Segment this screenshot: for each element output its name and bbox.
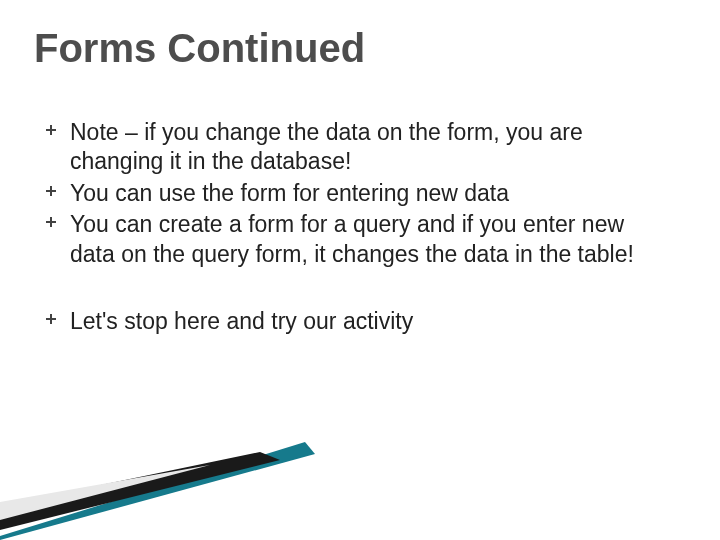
list-item: You can use the form for entering new da… (40, 179, 660, 208)
list-item: Let's stop here and try our activity (40, 307, 660, 336)
bullet-text: You can create a form for a query and if… (70, 211, 634, 266)
svg-marker-1 (0, 452, 280, 530)
bullet-list-2: Let's stop here and try our activity (40, 307, 660, 336)
list-item: Note – if you change the data on the for… (40, 118, 660, 177)
bullet-text: You can use the form for entering new da… (70, 180, 509, 206)
slide-title: Forms Continued (34, 26, 365, 71)
svg-marker-2 (0, 465, 210, 520)
svg-marker-0 (0, 442, 315, 540)
slide-body: Note – if you change the data on the for… (40, 118, 660, 339)
list-item: You can create a form for a query and if… (40, 210, 660, 269)
bullet-list: Note – if you change the data on the for… (40, 118, 660, 269)
bullet-text: Let's stop here and try our activity (70, 308, 413, 334)
spacer (40, 271, 660, 307)
decorative-wedge-icon (0, 420, 720, 540)
bullet-text: Note – if you change the data on the for… (70, 119, 583, 174)
